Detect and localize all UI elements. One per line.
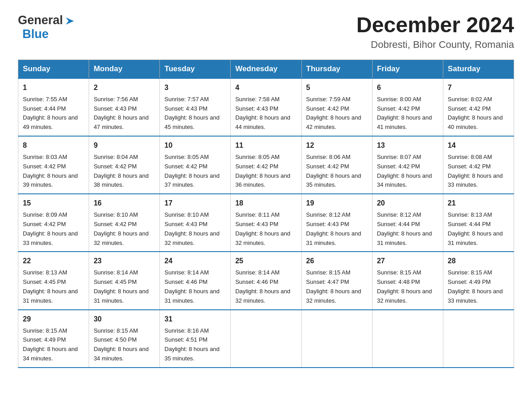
table-row <box>231 310 301 368</box>
day-number: 29 <box>23 314 84 325</box>
table-row: 22 Sunrise: 8:13 AMSunset: 4:45 PMDaylig… <box>18 252 89 309</box>
table-row: 26 Sunrise: 8:15 AMSunset: 4:47 PMDaylig… <box>301 252 372 309</box>
table-row: 16 Sunrise: 8:10 AMSunset: 4:42 PMDaylig… <box>89 194 160 252</box>
day-number: 5 <box>306 82 368 93</box>
table-row: 2 Sunrise: 7:56 AMSunset: 4:43 PMDayligh… <box>89 78 160 136</box>
day-number: 30 <box>94 314 155 325</box>
title-section: December 2024 Dobresti, Bihor County, Ro… <box>356 13 514 51</box>
week-row-1: 1 Sunrise: 7:55 AMSunset: 4:44 PMDayligh… <box>18 78 514 136</box>
table-row: 30 Sunrise: 8:15 AMSunset: 4:50 PMDaylig… <box>89 310 160 368</box>
day-number: 21 <box>448 198 509 209</box>
day-number: 24 <box>164 256 226 266</box>
day-number: 12 <box>306 140 368 151</box>
day-info: Sunrise: 8:04 AMSunset: 4:42 PMDaylight:… <box>94 154 149 188</box>
table-row: 3 Sunrise: 7:57 AMSunset: 4:43 PMDayligh… <box>160 78 231 136</box>
table-row: 20 Sunrise: 8:12 AMSunset: 4:44 PMDaylig… <box>372 194 443 252</box>
day-info: Sunrise: 7:59 AMSunset: 4:42 PMDaylight:… <box>306 96 361 130</box>
table-row: 9 Sunrise: 8:04 AMSunset: 4:42 PMDayligh… <box>89 136 160 194</box>
table-row: 6 Sunrise: 8:00 AMSunset: 4:42 PMDayligh… <box>372 78 443 136</box>
day-number: 10 <box>164 140 226 151</box>
day-number: 6 <box>377 82 438 93</box>
logo-blue-text: Blue <box>22 27 49 41</box>
day-info: Sunrise: 7:58 AMSunset: 4:43 PMDaylight:… <box>235 96 290 130</box>
table-row: 1 Sunrise: 7:55 AMSunset: 4:44 PMDayligh… <box>18 78 89 136</box>
week-row-5: 29 Sunrise: 8:15 AMSunset: 4:49 PMDaylig… <box>18 310 514 368</box>
week-row-4: 22 Sunrise: 8:13 AMSunset: 4:45 PMDaylig… <box>18 252 514 309</box>
day-info: Sunrise: 8:12 AMSunset: 4:44 PMDaylight:… <box>377 211 432 246</box>
day-info: Sunrise: 8:14 AMSunset: 4:46 PMDaylight:… <box>235 269 290 304</box>
day-info: Sunrise: 8:14 AMSunset: 4:46 PMDaylight:… <box>164 269 219 304</box>
day-number: 11 <box>235 140 296 151</box>
day-number: 23 <box>94 256 155 266</box>
day-info: Sunrise: 8:00 AMSunset: 4:42 PMDaylight:… <box>377 96 432 130</box>
table-row: 25 Sunrise: 8:14 AMSunset: 4:46 PMDaylig… <box>231 252 301 309</box>
day-number: 9 <box>94 140 155 151</box>
col-friday: Friday <box>372 60 443 78</box>
day-info: Sunrise: 7:56 AMSunset: 4:43 PMDaylight:… <box>94 96 149 130</box>
table-row <box>443 310 514 368</box>
svg-marker-0 <box>66 17 74 25</box>
day-number: 1 <box>23 82 84 93</box>
table-row: 13 Sunrise: 8:07 AMSunset: 4:42 PMDaylig… <box>372 136 443 194</box>
table-row: 23 Sunrise: 8:14 AMSunset: 4:45 PMDaylig… <box>89 252 160 309</box>
day-number: 20 <box>377 198 438 209</box>
table-row: 29 Sunrise: 8:15 AMSunset: 4:49 PMDaylig… <box>18 310 89 368</box>
calendar-table: Sunday Monday Tuesday Wednesday Thursday… <box>18 60 514 368</box>
col-monday: Monday <box>89 60 160 78</box>
day-number: 16 <box>94 198 155 209</box>
day-info: Sunrise: 8:15 AMSunset: 4:49 PMDaylight:… <box>23 327 78 362</box>
table-row: 18 Sunrise: 8:11 AMSunset: 4:43 PMDaylig… <box>231 194 301 252</box>
day-number: 31 <box>164 314 226 325</box>
page-header: General Blue December 2024 Dobresti, Bih… <box>18 13 514 51</box>
table-row <box>301 310 372 368</box>
day-number: 28 <box>448 256 509 266</box>
day-number: 8 <box>23 140 84 151</box>
day-info: Sunrise: 8:11 AMSunset: 4:43 PMDaylight:… <box>235 211 290 246</box>
day-info: Sunrise: 8:03 AMSunset: 4:42 PMDaylight:… <box>23 154 78 188</box>
day-info: Sunrise: 8:14 AMSunset: 4:45 PMDaylight:… <box>94 269 149 304</box>
calendar-title: December 2024 <box>356 13 514 37</box>
table-row: 5 Sunrise: 7:59 AMSunset: 4:42 PMDayligh… <box>301 78 372 136</box>
day-info: Sunrise: 8:08 AMSunset: 4:42 PMDaylight:… <box>448 154 503 188</box>
col-tuesday: Tuesday <box>160 60 231 78</box>
header-row: Sunday Monday Tuesday Wednesday Thursday… <box>18 60 514 78</box>
day-number: 15 <box>23 198 84 209</box>
day-number: 25 <box>235 256 296 266</box>
table-row: 4 Sunrise: 7:58 AMSunset: 4:43 PMDayligh… <box>231 78 301 136</box>
day-info: Sunrise: 8:05 AMSunset: 4:42 PMDaylight:… <box>235 154 290 188</box>
table-row: 14 Sunrise: 8:08 AMSunset: 4:42 PMDaylig… <box>443 136 514 194</box>
table-row <box>372 310 443 368</box>
day-number: 13 <box>377 140 438 151</box>
day-info: Sunrise: 8:09 AMSunset: 4:42 PMDaylight:… <box>23 211 78 246</box>
day-info: Sunrise: 7:55 AMSunset: 4:44 PMDaylight:… <box>23 96 78 130</box>
day-info: Sunrise: 8:15 AMSunset: 4:50 PMDaylight:… <box>94 327 149 362</box>
logo[interactable]: General Blue <box>18 13 77 41</box>
logo-arrow-icon <box>64 15 77 27</box>
day-info: Sunrise: 8:15 AMSunset: 4:47 PMDaylight:… <box>306 269 361 304</box>
table-row: 28 Sunrise: 8:15 AMSunset: 4:49 PMDaylig… <box>443 252 514 309</box>
calendar-subtitle: Dobresti, Bihor County, Romania <box>356 39 514 51</box>
day-info: Sunrise: 7:57 AMSunset: 4:43 PMDaylight:… <box>164 96 219 130</box>
day-info: Sunrise: 8:12 AMSunset: 4:43 PMDaylight:… <box>306 211 361 246</box>
day-number: 19 <box>306 198 368 209</box>
table-row: 24 Sunrise: 8:14 AMSunset: 4:46 PMDaylig… <box>160 252 231 309</box>
week-row-2: 8 Sunrise: 8:03 AMSunset: 4:42 PMDayligh… <box>18 136 514 194</box>
col-sunday: Sunday <box>18 60 89 78</box>
day-info: Sunrise: 8:16 AMSunset: 4:51 PMDaylight:… <box>164 327 219 362</box>
table-row: 8 Sunrise: 8:03 AMSunset: 4:42 PMDayligh… <box>18 136 89 194</box>
day-number: 27 <box>377 256 438 266</box>
day-number: 18 <box>235 198 296 209</box>
day-number: 2 <box>94 82 155 93</box>
day-number: 4 <box>235 82 296 93</box>
table-row: 17 Sunrise: 8:10 AMSunset: 4:43 PMDaylig… <box>160 194 231 252</box>
day-info: Sunrise: 8:06 AMSunset: 4:42 PMDaylight:… <box>306 154 361 188</box>
day-info: Sunrise: 8:13 AMSunset: 4:45 PMDaylight:… <box>23 269 78 304</box>
table-row: 31 Sunrise: 8:16 AMSunset: 4:51 PMDaylig… <box>160 310 231 368</box>
col-wednesday: Wednesday <box>231 60 301 78</box>
day-number: 14 <box>448 140 509 151</box>
table-row: 27 Sunrise: 8:15 AMSunset: 4:48 PMDaylig… <box>372 252 443 309</box>
week-row-3: 15 Sunrise: 8:09 AMSunset: 4:42 PMDaylig… <box>18 194 514 252</box>
col-thursday: Thursday <box>301 60 372 78</box>
day-number: 26 <box>306 256 368 266</box>
table-row: 11 Sunrise: 8:05 AMSunset: 4:42 PMDaylig… <box>231 136 301 194</box>
